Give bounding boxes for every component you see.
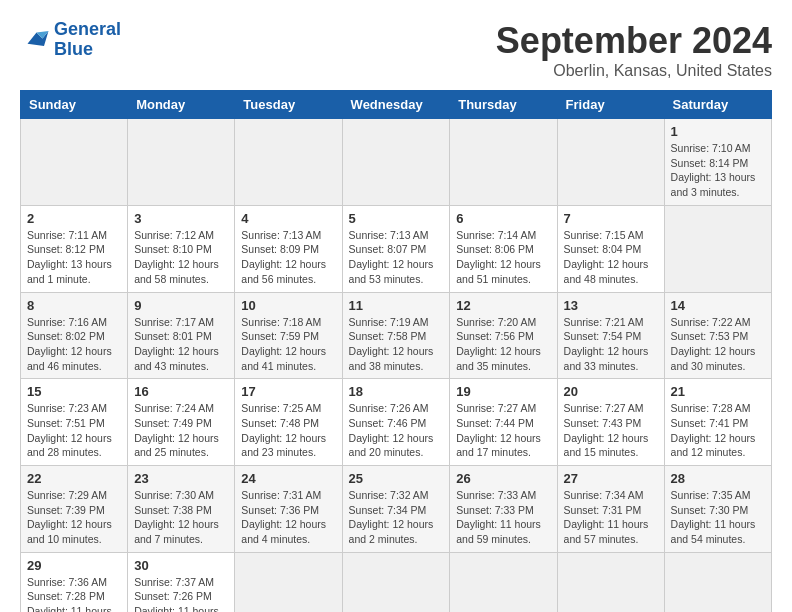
empty-cell xyxy=(235,119,342,206)
day-number: 15 xyxy=(27,384,121,399)
day-cell xyxy=(235,552,342,612)
day-cell: 27 Sunrise: 7:34 AMSunset: 7:31 PMDaylig… xyxy=(557,466,664,553)
day-number: 11 xyxy=(349,298,444,313)
day-info: Sunrise: 7:11 AMSunset: 8:12 PMDaylight:… xyxy=(27,228,121,287)
day-cell: 19 Sunrise: 7:27 AMSunset: 7:44 PMDaylig… xyxy=(450,379,557,466)
day-cell: 9 Sunrise: 7:17 AMSunset: 8:01 PMDayligh… xyxy=(128,292,235,379)
day-cell: 18 Sunrise: 7:26 AMSunset: 7:46 PMDaylig… xyxy=(342,379,450,466)
day-info: Sunrise: 7:28 AMSunset: 7:41 PMDaylight:… xyxy=(671,401,765,460)
day-number: 9 xyxy=(134,298,228,313)
day-info: Sunrise: 7:29 AMSunset: 7:39 PMDaylight:… xyxy=(27,488,121,547)
day-info: Sunrise: 7:37 AMSunset: 7:26 PMDaylight:… xyxy=(134,575,228,612)
title-block: September 2024 Oberlin, Kansas, United S… xyxy=(496,20,772,80)
day-info: Sunrise: 7:13 AMSunset: 8:07 PMDaylight:… xyxy=(349,228,444,287)
column-header-monday: Monday xyxy=(128,91,235,119)
day-cell: 2 Sunrise: 7:11 AMSunset: 8:12 PMDayligh… xyxy=(21,205,128,292)
day-number: 1 xyxy=(671,124,765,139)
day-cell: 7 Sunrise: 7:15 AMSunset: 8:04 PMDayligh… xyxy=(557,205,664,292)
logo: General Blue xyxy=(20,20,121,60)
day-cell xyxy=(664,552,771,612)
day-number: 4 xyxy=(241,211,335,226)
day-number: 19 xyxy=(456,384,550,399)
day-info: Sunrise: 7:23 AMSunset: 7:51 PMDaylight:… xyxy=(27,401,121,460)
day-number: 25 xyxy=(349,471,444,486)
empty-cell xyxy=(128,119,235,206)
day-cell: 14 Sunrise: 7:22 AMSunset: 7:53 PMDaylig… xyxy=(664,292,771,379)
day-cell: 15 Sunrise: 7:23 AMSunset: 7:51 PMDaylig… xyxy=(21,379,128,466)
day-number: 20 xyxy=(564,384,658,399)
column-header-saturday: Saturday xyxy=(664,91,771,119)
day-info: Sunrise: 7:16 AMSunset: 8:02 PMDaylight:… xyxy=(27,315,121,374)
day-info: Sunrise: 7:30 AMSunset: 7:38 PMDaylight:… xyxy=(134,488,228,547)
day-info: Sunrise: 7:19 AMSunset: 7:58 PMDaylight:… xyxy=(349,315,444,374)
day-info: Sunrise: 7:24 AMSunset: 7:49 PMDaylight:… xyxy=(134,401,228,460)
day-cell: 25 Sunrise: 7:32 AMSunset: 7:34 PMDaylig… xyxy=(342,466,450,553)
day-info: Sunrise: 7:26 AMSunset: 7:46 PMDaylight:… xyxy=(349,401,444,460)
day-cell: 1 Sunrise: 7:10 AMSunset: 8:14 PMDayligh… xyxy=(664,119,771,206)
location-title: Oberlin, Kansas, United States xyxy=(496,62,772,80)
day-number: 26 xyxy=(456,471,550,486)
day-info: Sunrise: 7:15 AMSunset: 8:04 PMDaylight:… xyxy=(564,228,658,287)
day-number: 5 xyxy=(349,211,444,226)
day-cell: 11 Sunrise: 7:19 AMSunset: 7:58 PMDaylig… xyxy=(342,292,450,379)
column-header-tuesday: Tuesday xyxy=(235,91,342,119)
day-number: 23 xyxy=(134,471,228,486)
day-info: Sunrise: 7:27 AMSunset: 7:43 PMDaylight:… xyxy=(564,401,658,460)
day-cell: 30 Sunrise: 7:37 AMSunset: 7:26 PMDaylig… xyxy=(128,552,235,612)
column-header-thursday: Thursday xyxy=(450,91,557,119)
day-cell xyxy=(342,552,450,612)
day-info: Sunrise: 7:25 AMSunset: 7:48 PMDaylight:… xyxy=(241,401,335,460)
day-cell: 29 Sunrise: 7:36 AMSunset: 7:28 PMDaylig… xyxy=(21,552,128,612)
day-cell xyxy=(450,552,557,612)
day-number: 17 xyxy=(241,384,335,399)
day-number: 12 xyxy=(456,298,550,313)
day-info: Sunrise: 7:31 AMSunset: 7:36 PMDaylight:… xyxy=(241,488,335,547)
day-cell: 8 Sunrise: 7:16 AMSunset: 8:02 PMDayligh… xyxy=(21,292,128,379)
day-number: 24 xyxy=(241,471,335,486)
day-cell: 13 Sunrise: 7:21 AMSunset: 7:54 PMDaylig… xyxy=(557,292,664,379)
day-cell: 17 Sunrise: 7:25 AMSunset: 7:48 PMDaylig… xyxy=(235,379,342,466)
day-info: Sunrise: 7:32 AMSunset: 7:34 PMDaylight:… xyxy=(349,488,444,547)
day-cell: 20 Sunrise: 7:27 AMSunset: 7:43 PMDaylig… xyxy=(557,379,664,466)
page-header: General Blue September 2024 Oberlin, Kan… xyxy=(20,20,772,80)
day-number: 2 xyxy=(27,211,121,226)
day-number: 18 xyxy=(349,384,444,399)
day-info: Sunrise: 7:10 AMSunset: 8:14 PMDaylight:… xyxy=(671,141,765,200)
day-cell: 26 Sunrise: 7:33 AMSunset: 7:33 PMDaylig… xyxy=(450,466,557,553)
logo-line2: Blue xyxy=(54,39,93,59)
day-cell: 3 Sunrise: 7:12 AMSunset: 8:10 PMDayligh… xyxy=(128,205,235,292)
day-number: 7 xyxy=(564,211,658,226)
day-cell: 21 Sunrise: 7:28 AMSunset: 7:41 PMDaylig… xyxy=(664,379,771,466)
day-number: 27 xyxy=(564,471,658,486)
day-cell: 22 Sunrise: 7:29 AMSunset: 7:39 PMDaylig… xyxy=(21,466,128,553)
day-cell: 24 Sunrise: 7:31 AMSunset: 7:36 PMDaylig… xyxy=(235,466,342,553)
empty-cell xyxy=(342,119,450,206)
day-cell: 28 Sunrise: 7:35 AMSunset: 7:30 PMDaylig… xyxy=(664,466,771,553)
day-cell: 12 Sunrise: 7:20 AMSunset: 7:56 PMDaylig… xyxy=(450,292,557,379)
day-number: 8 xyxy=(27,298,121,313)
day-info: Sunrise: 7:18 AMSunset: 7:59 PMDaylight:… xyxy=(241,315,335,374)
column-header-friday: Friday xyxy=(557,91,664,119)
day-cell: 6 Sunrise: 7:14 AMSunset: 8:06 PMDayligh… xyxy=(450,205,557,292)
day-info: Sunrise: 7:20 AMSunset: 7:56 PMDaylight:… xyxy=(456,315,550,374)
day-number: 13 xyxy=(564,298,658,313)
day-number: 3 xyxy=(134,211,228,226)
day-number: 14 xyxy=(671,298,765,313)
day-cell: 16 Sunrise: 7:24 AMSunset: 7:49 PMDaylig… xyxy=(128,379,235,466)
column-header-sunday: Sunday xyxy=(21,91,128,119)
day-number: 30 xyxy=(134,558,228,573)
day-cell xyxy=(664,205,771,292)
day-info: Sunrise: 7:13 AMSunset: 8:09 PMDaylight:… xyxy=(241,228,335,287)
day-info: Sunrise: 7:27 AMSunset: 7:44 PMDaylight:… xyxy=(456,401,550,460)
day-info: Sunrise: 7:33 AMSunset: 7:33 PMDaylight:… xyxy=(456,488,550,547)
day-cell: 5 Sunrise: 7:13 AMSunset: 8:07 PMDayligh… xyxy=(342,205,450,292)
day-cell: 10 Sunrise: 7:18 AMSunset: 7:59 PMDaylig… xyxy=(235,292,342,379)
empty-cell xyxy=(557,119,664,206)
month-title: September 2024 xyxy=(496,20,772,62)
day-number: 10 xyxy=(241,298,335,313)
day-number: 21 xyxy=(671,384,765,399)
empty-cell xyxy=(21,119,128,206)
empty-cell xyxy=(450,119,557,206)
day-number: 28 xyxy=(671,471,765,486)
logo-line1: General xyxy=(54,19,121,39)
